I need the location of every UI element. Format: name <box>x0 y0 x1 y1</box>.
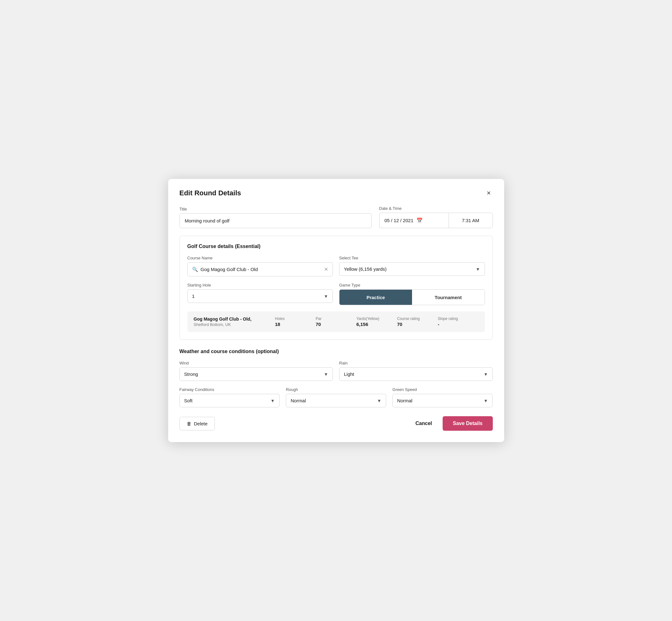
footer-row: 🗑 Delete Cancel Save Details <box>179 416 493 431</box>
cancel-button[interactable]: Cancel <box>412 417 435 430</box>
wind-group: Wind Strong ▼ <box>179 361 333 381</box>
course-stat-holes: Holes 18 <box>275 317 316 327</box>
course-stat-par: Par 70 <box>316 317 356 327</box>
golf-course-section: Golf Course details (Essential) Course N… <box>179 236 493 340</box>
fairway-group: Fairway Conditions Soft ▼ <box>179 387 280 407</box>
starting-hole-group: Starting Hole 1 ▼ <box>187 283 333 305</box>
save-button[interactable]: Save Details <box>443 416 493 431</box>
chevron-down-icon: ▼ <box>324 372 328 377</box>
starting-hole-label: Starting Hole <box>187 283 333 287</box>
green-speed-dropdown[interactable]: Normal ▼ <box>392 394 493 407</box>
rating-value: 70 <box>397 322 403 327</box>
footer-right: Cancel Save Details <box>412 416 493 431</box>
rough-value: Normal <box>291 398 375 403</box>
course-info-name: Gog Magog Golf Club - Old, <box>194 317 275 322</box>
chevron-down-icon: ▼ <box>377 398 381 403</box>
select-tee-group: Select Tee Yellow (6,156 yards) ▼ <box>339 256 485 277</box>
close-button[interactable]: × <box>485 189 493 197</box>
delete-button[interactable]: 🗑 Delete <box>179 417 215 430</box>
par-label: Par <box>316 317 322 321</box>
course-name-input[interactable]: 🔍 Gog Magog Golf Club - Old ✕ <box>187 262 333 277</box>
rough-dropdown[interactable]: Normal ▼ <box>286 394 386 407</box>
edit-round-modal: Edit Round Details × Title Date & Time 0… <box>168 179 504 442</box>
fairway-label: Fairway Conditions <box>179 387 280 392</box>
datetime-group: 05 / 12 / 2021 📅 7:31 AM <box>379 213 493 228</box>
rain-group: Rain Light ▼ <box>339 361 493 381</box>
starting-hole-dropdown[interactable]: 1 ▼ <box>187 289 333 303</box>
fairway-value: Soft <box>184 398 268 403</box>
conditions-title: Weather and course conditions (optional) <box>179 349 493 355</box>
starting-hole-game-type-row: Starting Hole 1 ▼ Game Type Practice Tou… <box>187 283 485 305</box>
wind-label: Wind <box>179 361 333 365</box>
course-info-location: Shelford Bottom, UK <box>194 322 275 327</box>
select-tee-label: Select Tee <box>339 256 485 260</box>
datetime-label: Date & Time <box>379 206 493 211</box>
select-tee-dropdown[interactable]: Yellow (6,156 yards) ▼ <box>339 262 485 276</box>
date-input[interactable]: 05 / 12 / 2021 📅 <box>379 213 449 228</box>
wind-rain-row: Wind Strong ▼ Rain Light ▼ <box>179 361 493 381</box>
rain-value: Light <box>344 371 481 377</box>
time-input[interactable]: 7:31 AM <box>449 213 493 228</box>
course-name-tee-row: Course Name 🔍 Gog Magog Golf Club - Old … <box>187 256 485 277</box>
course-info-bar: Gog Magog Golf Club - Old, Shelford Bott… <box>187 312 485 332</box>
starting-hole-value: 1 <box>192 293 322 299</box>
rough-group: Rough Normal ▼ <box>286 387 386 407</box>
course-name-group: Course Name 🔍 Gog Magog Golf Club - Old … <box>187 256 333 277</box>
green-speed-value: Normal <box>397 398 481 403</box>
select-tee-value: Yellow (6,156 yards) <box>344 266 473 272</box>
slope-value: - <box>438 322 439 327</box>
course-stat-rating: Course rating 70 <box>397 317 438 327</box>
holes-label: Holes <box>275 317 285 321</box>
wind-dropdown[interactable]: Strong ▼ <box>179 367 333 381</box>
chevron-down-icon: ▼ <box>484 398 488 403</box>
title-input[interactable] <box>179 213 372 228</box>
time-value: 7:31 AM <box>462 218 479 223</box>
delete-label: Delete <box>194 421 208 426</box>
green-speed-label: Green Speed <box>392 387 493 392</box>
modal-header: Edit Round Details × <box>179 189 493 197</box>
tournament-button[interactable]: Tournament <box>412 290 485 305</box>
trash-icon: 🗑 <box>187 421 192 426</box>
rough-label: Rough <box>286 387 386 392</box>
chevron-down-icon: ▼ <box>476 266 480 272</box>
course-stat-yards: Yards(Yellow) 6,156 <box>356 317 397 327</box>
holes-value: 18 <box>275 322 281 327</box>
golf-course-title: Golf Course details (Essential) <box>187 244 485 249</box>
game-type-toggle: Practice Tournament <box>339 289 485 305</box>
title-label: Title <box>179 207 372 211</box>
search-icon: 🔍 <box>192 266 198 272</box>
modal-title: Edit Round Details <box>179 189 241 197</box>
rating-label: Course rating <box>397 317 420 321</box>
par-value: 70 <box>316 322 321 327</box>
course-name-value: Gog Magog Golf Club - Old <box>201 266 322 272</box>
fairway-dropdown[interactable]: Soft ▼ <box>179 394 280 407</box>
course-stat-slope: Slope rating - <box>438 317 478 327</box>
conditions-section: Weather and course conditions (optional)… <box>179 349 493 407</box>
rain-dropdown[interactable]: Light ▼ <box>339 367 493 381</box>
course-info-name-block: Gog Magog Golf Club - Old, Shelford Bott… <box>194 317 275 327</box>
fairway-rough-green-row: Fairway Conditions Soft ▼ Rough Normal ▼… <box>179 387 493 407</box>
title-field-group: Title <box>179 207 372 228</box>
wind-value: Strong <box>184 371 322 377</box>
game-type-label: Game Type <box>339 283 485 287</box>
datetime-field-group: Date & Time 05 / 12 / 2021 📅 7:31 AM <box>379 206 493 228</box>
chevron-down-icon: ▼ <box>270 398 275 403</box>
chevron-down-icon: ▼ <box>484 372 488 377</box>
course-name-label: Course Name <box>187 256 333 260</box>
yards-value: 6,156 <box>356 322 369 327</box>
green-speed-group: Green Speed Normal ▼ <box>392 387 493 407</box>
top-row: Title Date & Time 05 / 12 / 2021 📅 7:31 … <box>179 206 493 228</box>
calendar-icon: 📅 <box>416 217 423 223</box>
chevron-down-icon: ▼ <box>324 294 328 299</box>
slope-label: Slope rating <box>438 317 458 321</box>
practice-button[interactable]: Practice <box>339 290 412 305</box>
yards-label: Yards(Yellow) <box>356 317 380 321</box>
rain-label: Rain <box>339 361 493 365</box>
date-value: 05 / 12 / 2021 <box>385 218 414 223</box>
clear-icon[interactable]: ✕ <box>324 266 328 272</box>
game-type-group: Game Type Practice Tournament <box>339 283 485 305</box>
